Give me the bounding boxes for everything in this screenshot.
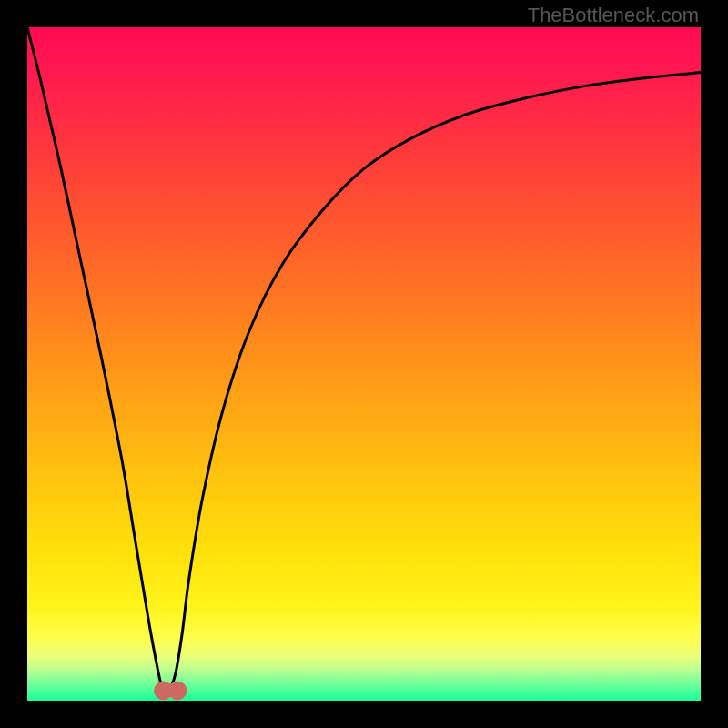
curve-marker — [168, 682, 187, 701]
plot-area — [27, 27, 701, 701]
watermark-text: TheBottleneck.com — [528, 4, 699, 27]
chart-frame: TheBottleneck.com — [0, 0, 728, 728]
bottleneck-curve — [27, 27, 701, 701]
